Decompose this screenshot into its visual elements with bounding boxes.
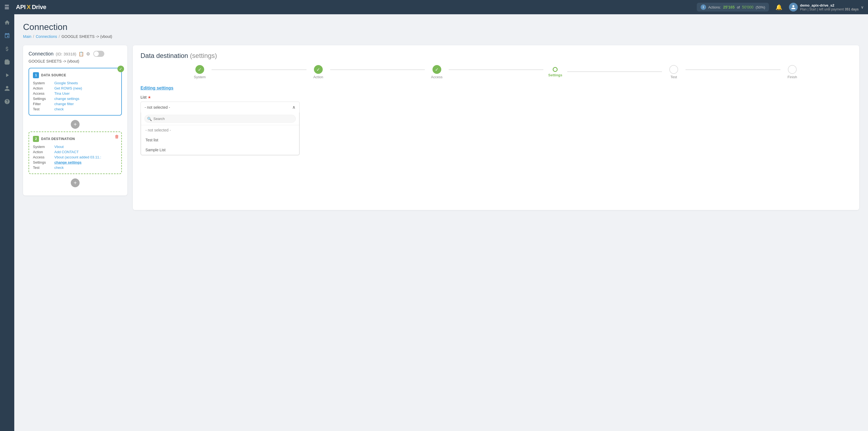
dropdown-selected-text: - not selected - xyxy=(145,105,170,110)
avatar xyxy=(789,3,798,11)
connection-id: (ID: 39318) xyxy=(56,52,76,56)
list-field-label: List ★ xyxy=(141,95,851,99)
sidebar-item-connections[interactable] xyxy=(1,30,13,42)
add-block-button-2[interactable]: + xyxy=(71,179,80,187)
block1-row-system: System Google Sheets xyxy=(33,81,118,85)
editing-settings-title: Editing settings xyxy=(141,86,851,91)
actions-badge: i Actions: 25'165 of 50'000 (50%) xyxy=(697,3,769,11)
data-destination-header: 2 DATA DESTINATION xyxy=(33,136,118,142)
block1-row-test: Test check xyxy=(33,107,118,111)
actions-pct: (50%) xyxy=(756,5,765,9)
block1-row-filter: Filter change filter xyxy=(33,102,118,106)
search-input[interactable] xyxy=(144,115,296,123)
block2-row-settings: Settings change settings xyxy=(33,160,118,164)
step-test[interactable]: Test xyxy=(614,65,733,79)
block1-row-action: Action Get ROWS (new) xyxy=(33,86,118,90)
block1-label: DATA SOURCE xyxy=(41,73,66,77)
step-access: ✓ Access xyxy=(378,65,496,79)
delete-icon[interactable]: 🗑 xyxy=(115,134,119,139)
sidebar-item-profile[interactable] xyxy=(1,82,13,94)
step-circle-test xyxy=(669,65,678,74)
connection-header: Connection (ID: 39318) 📋 ⚙ xyxy=(29,51,122,57)
step-label-settings: Settings xyxy=(548,73,562,77)
dropdown-menu: 🔍 - not selected - Test list Sample List xyxy=(141,113,300,155)
step-circle-access: ✓ xyxy=(433,65,441,74)
block2-row-access: Access Vbout (account added 03.11.: xyxy=(33,155,118,159)
connection-title: Connection xyxy=(29,51,54,57)
chevron-down-icon[interactable]: ∨ xyxy=(861,5,864,9)
step-system: ✓ System xyxy=(141,65,259,79)
block2-rows: System Vbout Action Add CONTACT Access V… xyxy=(33,145,118,170)
breadcrumb: Main / Connections / GOOGLE SHEETS -> (v… xyxy=(23,34,859,39)
block-number-2: 2 xyxy=(33,136,39,142)
dropdown-search: 🔍 xyxy=(141,113,299,125)
step-settings[interactable]: Settings xyxy=(496,67,614,77)
step-label-system: System xyxy=(194,75,206,79)
breadcrumb-connections[interactable]: Connections xyxy=(36,34,57,39)
step-circle-action: ✓ xyxy=(314,65,323,74)
dropdown-option-sample-list[interactable]: Sample List xyxy=(141,145,299,155)
breadcrumb-sep1: / xyxy=(33,34,34,39)
user-name: demo_apix-drive_s2 xyxy=(800,3,859,7)
step-circle-system: ✓ xyxy=(195,65,204,74)
actions-count: 25'165 xyxy=(723,5,735,9)
toggle-switch[interactable] xyxy=(93,51,104,57)
content: Connection Main / Connections / GOOGLE S… xyxy=(14,14,868,431)
copy-icon[interactable]: 📋 xyxy=(79,51,84,57)
step-finish[interactable]: Finish xyxy=(733,65,851,79)
data-source-header: 1 DATA SOURCE xyxy=(33,72,118,78)
chevron-up-icon: ∧ xyxy=(292,104,296,110)
step-label-action: Action xyxy=(313,75,323,79)
step-label-access: Access xyxy=(431,75,443,79)
block2-row-action: Action Add CONTACT xyxy=(33,150,118,154)
breadcrumb-current: GOOGLE SHEETS -> (vbout) xyxy=(61,34,112,39)
hamburger-icon[interactable]: ☰ xyxy=(4,4,9,10)
main-layout: Connection Main / Connections / GOOGLE S… xyxy=(0,14,868,431)
search-icon: 🔍 xyxy=(147,117,152,121)
search-wrap: 🔍 xyxy=(144,115,296,123)
user-section: demo_apix-drive_s2 Plan | Start | left u… xyxy=(789,3,864,11)
block2-label: DATA DESTINATION xyxy=(41,137,75,141)
add-block-button-1[interactable]: + xyxy=(71,120,80,129)
sidebar-item-tutorials[interactable] xyxy=(1,69,13,81)
list-dropdown[interactable]: - not selected - ∧ 🔍 - not selected - Te… xyxy=(141,101,300,155)
required-star: ★ xyxy=(148,95,151,99)
left-panel: Connection (ID: 39318) 📋 ⚙ GOOGLE SHEETS… xyxy=(23,45,127,195)
panel-title-paren: (settings) xyxy=(190,52,217,59)
logo-x: X xyxy=(27,4,31,11)
add-btn-row-2: + xyxy=(29,179,122,187)
block1-rows: System Google Sheets Action Get ROWS (ne… xyxy=(33,81,118,111)
sidebar-item-tasks[interactable] xyxy=(1,56,13,68)
sidebar xyxy=(0,14,14,431)
data-source-block: 1 DATA SOURCE ✓ System Google Sheets Act… xyxy=(29,68,122,116)
block1-check: ✓ xyxy=(118,66,124,72)
logo: APIXDrive xyxy=(16,4,46,11)
step-label-finish: Finish xyxy=(787,75,797,79)
block1-row-settings: Settings change settings xyxy=(33,97,118,101)
user-info: demo_apix-drive_s2 Plan | Start | left u… xyxy=(800,3,859,11)
logo-api: API xyxy=(16,4,26,11)
bell-icon[interactable]: 🔔 xyxy=(776,4,782,10)
block2-row-test: Test check xyxy=(33,165,118,170)
sidebar-item-home[interactable] xyxy=(1,17,13,29)
dropdown-option-test-list[interactable]: Test list xyxy=(141,135,299,145)
info-icon: i xyxy=(701,4,706,10)
sidebar-item-billing[interactable] xyxy=(1,43,13,55)
block2-row-system: System Vbout xyxy=(33,145,118,149)
step-circle-finish xyxy=(788,65,797,74)
block-number-1: 1 xyxy=(33,72,39,78)
dropdown-option-not-selected[interactable]: - not selected - xyxy=(141,125,299,135)
topnav: ☰ APIXDrive i Actions: 25'165 of 50'000 … xyxy=(0,0,868,14)
breadcrumb-main[interactable]: Main xyxy=(23,34,31,39)
actions-total: 50'000 xyxy=(742,5,753,9)
step-label-test: Test xyxy=(671,75,677,79)
logo-drive: Drive xyxy=(32,4,46,11)
steps: ✓ System ✓ Action ✓ Access Settings xyxy=(141,65,851,79)
panels: Connection (ID: 39318) 📋 ⚙ GOOGLE SHEETS… xyxy=(23,45,859,210)
block1-row-access: Access Tina User xyxy=(33,91,118,95)
gear-icon[interactable]: ⚙ xyxy=(86,51,90,57)
step-action: ✓ Action xyxy=(259,65,378,79)
dropdown-selected[interactable]: - not selected - ∧ xyxy=(141,102,300,113)
data-destination-block: 2 DATA DESTINATION 🗑 System Vbout Action… xyxy=(29,131,122,174)
sidebar-item-help[interactable] xyxy=(1,95,13,107)
